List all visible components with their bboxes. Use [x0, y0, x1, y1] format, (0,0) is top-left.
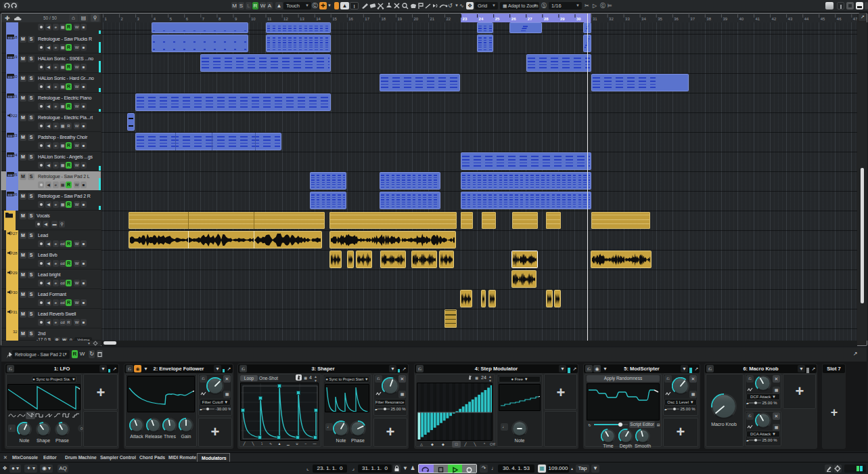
svg-text:35: 35 — [658, 17, 662, 21]
svg-text:6: 6 — [186, 17, 189, 21]
svg-text:18: 18 — [381, 17, 386, 21]
svg-text:23: 23 — [463, 17, 467, 21]
svg-text:36: 36 — [674, 17, 679, 21]
svg-text:29: 29 — [560, 17, 565, 21]
svg-text:10: 10 — [251, 17, 256, 21]
svg-text:43: 43 — [788, 17, 793, 21]
svg-text:33: 33 — [625, 17, 630, 21]
svg-text:47: 47 — [853, 17, 857, 21]
svg-text:39: 39 — [723, 17, 727, 21]
svg-text:37: 37 — [690, 17, 695, 21]
svg-text:27: 27 — [528, 17, 532, 21]
svg-text:26: 26 — [511, 17, 516, 21]
svg-text:21: 21 — [430, 17, 435, 21]
svg-text:3: 3 — [137, 17, 140, 21]
svg-text:46: 46 — [837, 17, 842, 21]
svg-text:4: 4 — [154, 17, 156, 21]
svg-text:5: 5 — [170, 17, 173, 21]
svg-text:16: 16 — [348, 17, 353, 21]
svg-text:14: 14 — [316, 17, 321, 21]
svg-text:2: 2 — [121, 17, 124, 21]
svg-text:24: 24 — [479, 17, 484, 21]
svg-text:22: 22 — [447, 17, 451, 21]
svg-text:7: 7 — [202, 17, 205, 21]
svg-text:34: 34 — [641, 17, 646, 21]
svg-text:12: 12 — [283, 17, 288, 21]
svg-text:44: 44 — [804, 17, 809, 21]
svg-text:19: 19 — [397, 17, 402, 21]
svg-text:17: 17 — [365, 17, 369, 21]
svg-text:45: 45 — [821, 17, 825, 21]
svg-text:9: 9 — [235, 17, 237, 21]
svg-text:32: 32 — [609, 17, 614, 21]
svg-text:8: 8 — [219, 17, 221, 21]
svg-text:40: 40 — [739, 17, 744, 21]
svg-text:25: 25 — [495, 17, 500, 21]
svg-text:20: 20 — [414, 17, 419, 21]
svg-text:28: 28 — [544, 17, 549, 21]
svg-text:15: 15 — [332, 17, 337, 21]
svg-text:42: 42 — [772, 17, 777, 21]
svg-text:38: 38 — [706, 17, 711, 21]
svg-text:11: 11 — [267, 17, 272, 21]
svg-text:31: 31 — [593, 17, 597, 21]
svg-text:1: 1 — [105, 17, 108, 21]
svg-text:30: 30 — [576, 17, 581, 21]
svg-text:41: 41 — [756, 17, 760, 21]
svg-text:13: 13 — [300, 17, 304, 21]
